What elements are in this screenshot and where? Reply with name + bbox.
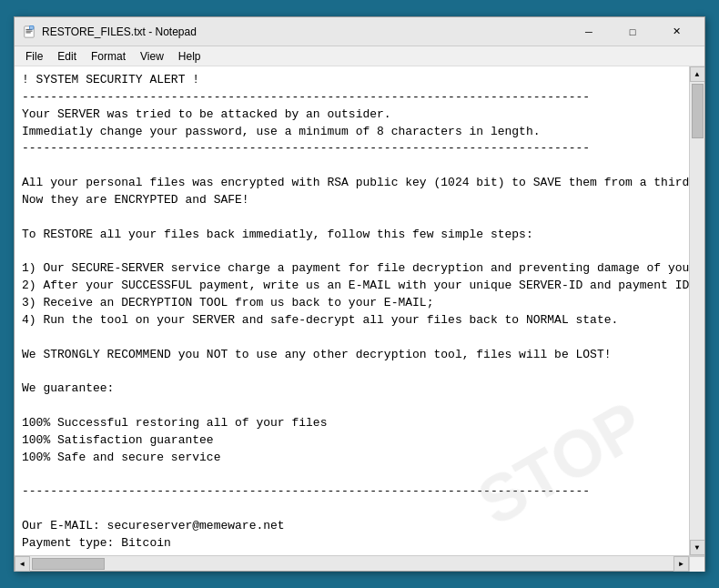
scrollbar-corner [689,556,704,572]
maximize-button[interactable]: □ [612,19,653,45]
menu-help[interactable]: Help [171,48,208,65]
notepad-icon [22,25,36,39]
scroll-up-arrow[interactable]: ▲ [690,66,705,82]
window-title: RESTORE_FILES.txt - Notepad [42,25,568,38]
scroll-left-arrow[interactable]: ◄ [15,556,30,572]
menu-file[interactable]: File [18,48,50,65]
scroll-right-arrow[interactable]: ► [673,556,689,572]
title-bar: RESTORE_FILES.txt - Notepad ─ □ ✕ [15,17,704,46]
close-button[interactable]: ✕ [655,19,697,45]
scroll-thumb-vertical[interactable] [692,84,704,138]
svg-rect-4 [29,25,34,29]
horizontal-scrollbar-container: ◄ ► [15,555,704,571]
scroll-track-vertical[interactable] [690,82,704,540]
text-editor[interactable]: ! SYSTEM SECURITY ALERT ! --------------… [15,66,689,555]
menu-view[interactable]: View [133,48,171,65]
window-controls: ─ □ ✕ [568,19,697,45]
scroll-down-arrow[interactable]: ▼ [690,540,705,555]
minimize-button[interactable]: ─ [568,19,610,45]
scroll-thumb-horizontal[interactable] [32,558,105,570]
notepad-window: RESTORE_FILES.txt - Notepad ─ □ ✕ File E… [14,16,705,572]
vertical-scrollbar[interactable]: ▲ ▼ [689,66,704,555]
menu-format[interactable]: Format [84,48,133,65]
menu-bar: File Edit Format View Help [15,46,704,66]
content-area: ! SYSTEM SECURITY ALERT ! --------------… [15,66,704,555]
menu-edit[interactable]: Edit [50,48,84,65]
horizontal-scrollbar[interactable]: ◄ ► [15,556,689,571]
scroll-track-horizontal[interactable] [30,556,673,571]
